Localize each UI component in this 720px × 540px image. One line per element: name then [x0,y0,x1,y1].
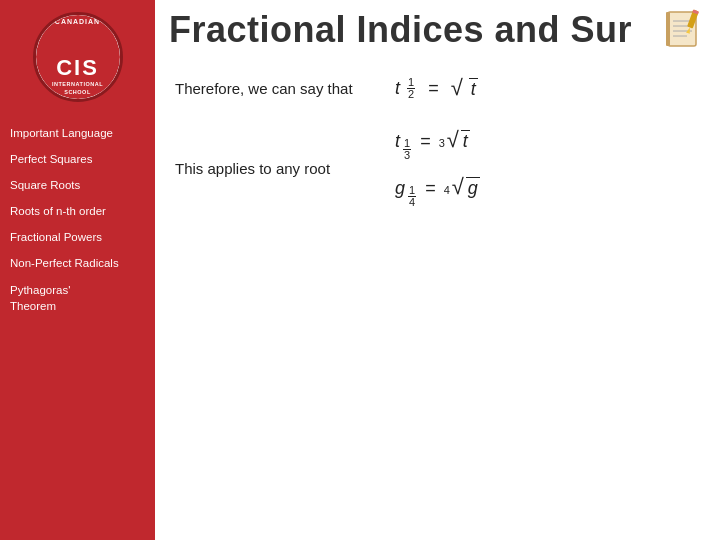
var-t2: t [395,131,400,152]
header: Fractional Indices and Sur [155,0,720,56]
expr-fourth-root: g 1 4 = 4 √ g [395,175,480,208]
sidebar-item-perfect-squares[interactable]: Perfect Squares [0,146,155,172]
math-expr-1: t 1 2 = √t [395,76,478,100]
sidebar-item-roots-nth[interactable]: Roots of n-th order [0,198,155,224]
frac-den-1: 2 [407,89,415,100]
page-title: Fractional Indices and Sur [169,9,632,51]
sidebar-item-square-roots[interactable]: Square Roots [0,172,155,198]
cube-root-symbol: √ [447,129,459,151]
content-area: Therefore, we can say that t 1 2 = √t Th… [155,56,720,540]
sidebar-item-pythagoras-theorem[interactable]: Pythagoras'Theorem [0,277,155,319]
sidebar-nav: Important Language Perfect Squares Squar… [0,114,155,319]
row-applies: This applies to any root t 1 3 = 3 √ t [175,128,690,208]
equals-3: = [425,178,436,199]
notebook-icon [662,8,706,52]
sidebar-item-important-language[interactable]: Important Language [0,120,155,146]
frac-quarter: 1 4 [408,185,416,208]
cube-root-index: 3 [439,137,445,149]
logo-canadian: CANADIAN [55,18,100,25]
sidebar-item-non-perfect-radicals[interactable]: Non-Perfect Radicals [0,250,155,276]
var-t1: t [395,78,400,99]
svg-rect-1 [666,12,670,46]
logo-cis: CIS [56,55,99,81]
equals-2: = [420,131,431,152]
frac-third: 1 3 [403,138,411,161]
cube-root-arg: t [461,130,470,152]
main-content: Fractional Indices and Sur Therefore, we… [155,0,720,540]
therefore-label: Therefore, we can say that [175,80,375,97]
math-expr-2: t 1 3 = 3 √ t g 1 4 = [395,128,480,208]
sqrt-symbol: √ [451,77,463,99]
frac-half: 1 2 [407,77,415,100]
sidebar-item-fractional-powers[interactable]: Fractional Powers [0,224,155,250]
frac-den-3: 4 [408,197,416,208]
sidebar: CANADIAN 🍁 CIS INTERNATIONAL SCHOOL Impo… [0,0,155,540]
expr-cube-root: t 1 3 = 3 √ t [395,128,470,161]
logo-area: CANADIAN 🍁 CIS INTERNATIONAL SCHOOL [0,0,155,114]
logo-circle: CANADIAN 🍁 CIS INTERNATIONAL SCHOOL [33,12,123,102]
sqrt-arg-t: t [469,78,478,100]
equals-1: = [428,78,439,99]
fourth-root-arg: g [466,177,480,199]
logo-international: INTERNATIONAL [52,81,103,88]
frac-num-1: 1 [407,77,415,89]
fourth-root-index: 4 [444,184,450,196]
logo-school: SCHOOL [64,89,91,96]
applies-label: This applies to any root [175,160,375,177]
frac-den-2: 3 [403,150,411,161]
fourth-root-symbol: √ [452,176,464,198]
var-g: g [395,178,405,199]
row-therefore: Therefore, we can say that t 1 2 = √t [175,76,690,100]
